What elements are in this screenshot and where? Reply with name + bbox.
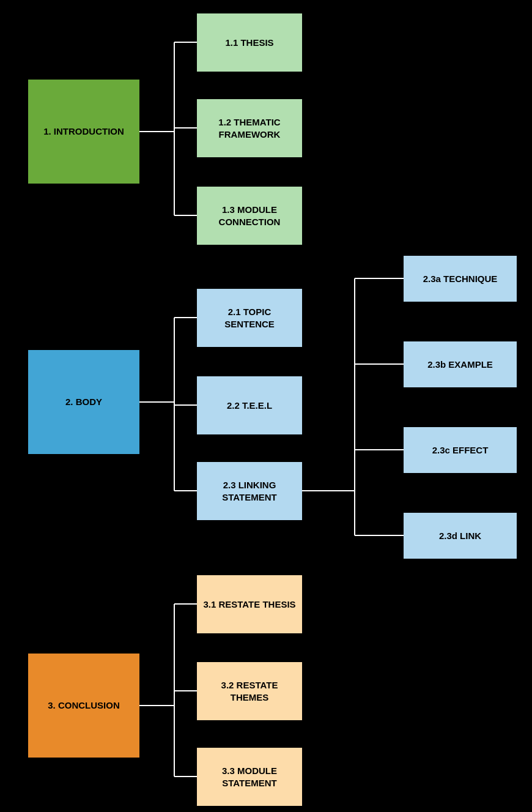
linking-statement-label: 2.3 LINKING STATEMENT bbox=[203, 479, 296, 503]
module-connection-label: 1.3 MODULE CONNECTION bbox=[203, 204, 296, 228]
restate-thesis-label: 3.1 RESTATE THESIS bbox=[203, 598, 295, 611]
thematic-label: 1.2 THEMATIC FRAMEWORK bbox=[203, 116, 296, 140]
diagram-container: 1. INTRODUCTION 1.1 THESIS 1.2 THEMATIC … bbox=[0, 0, 532, 812]
link-label: 2.3d LINK bbox=[439, 530, 481, 542]
teel-box: 2.2 T.E.E.L bbox=[197, 376, 302, 434]
effect-label: 2.3c EFFECT bbox=[432, 444, 489, 456]
thematic-box: 1.2 THEMATIC FRAMEWORK bbox=[197, 99, 302, 157]
topic-sentence-label: 2.1 TOPIC SENTENCE bbox=[203, 306, 296, 330]
module-statement-box: 3.3 MODULE STATEMENT bbox=[197, 748, 302, 806]
conclusion-label: 3. CONCLUSION bbox=[48, 699, 120, 712]
link-box: 2.3d LINK bbox=[404, 513, 517, 559]
body-label: 2. BODY bbox=[65, 396, 102, 408]
conclusion-box: 3. CONCLUSION bbox=[28, 654, 139, 758]
module-statement-label: 3.3 MODULE STATEMENT bbox=[203, 765, 296, 789]
thesis-box: 1.1 THESIS bbox=[197, 13, 302, 72]
body-box: 2. BODY bbox=[28, 350, 139, 454]
intro-box: 1. INTRODUCTION bbox=[28, 80, 139, 184]
teel-label: 2.2 T.E.E.L bbox=[227, 400, 272, 412]
restate-thesis-box: 3.1 RESTATE THESIS bbox=[197, 575, 302, 633]
technique-label: 2.3a TECHNIQUE bbox=[423, 273, 498, 285]
example-box: 2.3b EXAMPLE bbox=[404, 341, 517, 387]
example-label: 2.3b EXAMPLE bbox=[427, 359, 493, 371]
module-connection-box: 1.3 MODULE CONNECTION bbox=[197, 187, 302, 245]
restate-themes-box: 3.2 RESTATE THEMES bbox=[197, 662, 302, 720]
thesis-label: 1.1 THESIS bbox=[225, 37, 273, 49]
effect-box: 2.3c EFFECT bbox=[404, 427, 517, 473]
topic-sentence-box: 2.1 TOPIC SENTENCE bbox=[197, 289, 302, 347]
intro-label: 1. INTRODUCTION bbox=[43, 125, 124, 138]
linking-statement-box: 2.3 LINKING STATEMENT bbox=[197, 462, 302, 520]
technique-box: 2.3a TECHNIQUE bbox=[404, 256, 517, 302]
restate-themes-label: 3.2 RESTATE THEMES bbox=[203, 679, 296, 703]
